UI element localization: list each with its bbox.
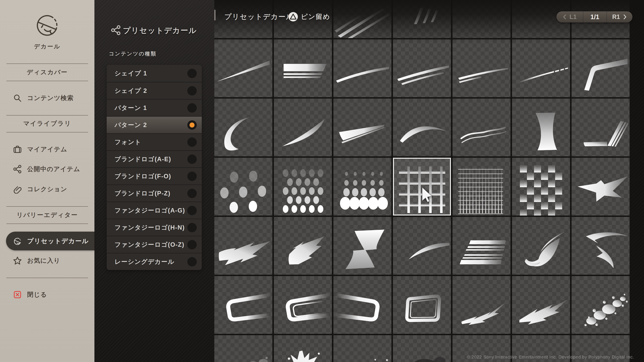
radio-dot (187, 223, 197, 232)
paperclip-icon (13, 185, 22, 194)
category-item-0[interactable]: シェイプ 1 (107, 65, 202, 82)
decal-cell-splat-wide[interactable] (334, 335, 392, 362)
scroll-indicator[interactable] (214, 10, 216, 20)
sidebar-item-favorites[interactable]: お気に入り (0, 255, 94, 266)
category-item-3[interactable]: パターン 2 (107, 116, 202, 133)
decal-cell-splat-dark[interactable] (393, 335, 451, 362)
category-label: シェイプ 2 (114, 87, 147, 95)
search-icon (13, 94, 22, 102)
decal-grid-area: プリセットデカール ピン留め L1 1/1 R1 (214, 0, 644, 362)
category-item-2[interactable]: パターン 1 (107, 99, 202, 116)
radio-dot (187, 189, 197, 198)
category-item-9[interactable]: ファンタジーロゴ(H-N) (107, 219, 202, 236)
decal-cell-bolt-s[interactable] (334, 217, 392, 275)
decal-cell-partial-stripes[interactable] (334, 0, 392, 38)
decal-cell-arc-hump[interactable] (393, 98, 451, 156)
decal-cell-dots-sparse[interactable] (214, 158, 272, 216)
decal-cell-double-line[interactable] (393, 39, 451, 97)
decal-cell-thin-crescent[interactable] (393, 217, 451, 275)
livery-editor-decal-screen: デカール ディスカバー コンテンツ検索 マイライブラリ マイアイテム 公開中のア… (0, 0, 644, 362)
divider (6, 115, 88, 115)
share-icon (111, 25, 121, 35)
category-item-6[interactable]: ブランドロゴ(F-O) (107, 167, 202, 185)
category-list: シェイプ 1シェイプ 2パターン 1パターン 2フォントブランドロゴ(A-E)ブ… (107, 65, 202, 270)
decal-cell-flame-swirl[interactable] (512, 217, 570, 275)
decal-cell-thin-blade[interactable] (334, 39, 392, 97)
sidebar-item-preset-decals-selected[interactable]: プリセットデカール (6, 232, 94, 250)
radio-dot (187, 103, 197, 113)
decal-cell-splat-big[interactable] (274, 335, 332, 362)
decal-cell-wedge[interactable] (334, 98, 392, 156)
prev-page-button[interactable]: L1 (556, 11, 583, 22)
category-item-4[interactable]: フォント (107, 133, 202, 150)
star-icon (13, 256, 22, 265)
decal-cell-star-swoosh[interactable] (572, 158, 630, 216)
sidebar-header-livery-editor: リバリーエディター (0, 211, 94, 220)
category-label: ブランドロゴ(F-O) (114, 172, 171, 180)
sidebar-item-close[interactable]: 閉じる (0, 289, 94, 300)
divider (6, 278, 88, 278)
decal-cell-brush-wing[interactable] (274, 217, 332, 275)
decal-cell-wave-lines[interactable] (452, 98, 510, 156)
category-item-7[interactable]: ブランドロゴ(P-Z) (107, 185, 202, 202)
category-item-1[interactable]: シェイプ 2 (107, 82, 202, 99)
radio-dot (187, 155, 197, 164)
decal-cell-vent-left[interactable] (334, 276, 392, 334)
divider (6, 81, 88, 81)
decal-cell-needle[interactable] (214, 39, 272, 97)
triangle-button-icon[interactable] (288, 12, 298, 22)
decal-cell-splatter-diag[interactable] (572, 276, 630, 334)
sidebar-item-label: 公開中のアイテム (27, 165, 80, 173)
decal-cell-torn-streak[interactable] (452, 276, 510, 334)
page-navigator: L1 1/1 R1 (556, 11, 632, 22)
category-item-11[interactable]: レーシングデカール (107, 253, 202, 270)
sidebar-item-my-items[interactable]: マイアイテム (0, 144, 94, 155)
divider (6, 63, 88, 64)
sidebar-item-label: お気に入り (27, 256, 60, 265)
decal-cell-crescent[interactable] (214, 98, 272, 156)
category-label: ファンタジーロゴ(A-G) (114, 206, 185, 215)
radio-dot (187, 137, 197, 147)
sidebar: デカール ディスカバー コンテンツ検索 マイライブラリ マイアイテム 公開中のア… (0, 0, 94, 362)
sidebar-item-collection[interactable]: コレクション (0, 184, 94, 195)
next-page-button[interactable]: R1 (606, 11, 632, 22)
decal-cell-brush-comet[interactable] (214, 217, 272, 275)
category-label: パターン 2 (114, 121, 147, 129)
decal-cell-tribal-hooks[interactable] (572, 217, 630, 275)
decal-cell-sail[interactable] (512, 98, 570, 156)
category-item-8[interactable]: ファンタジーロゴ(A-G) (107, 202, 202, 219)
decal-cell-splat-faint[interactable] (214, 335, 272, 362)
decal-cell-empty[interactable] (452, 0, 510, 38)
decal-cell-grid-bold[interactable] (393, 158, 451, 216)
close-icon (13, 290, 22, 299)
decal-cell-vent-ring[interactable] (393, 276, 451, 334)
decal-cell-dash-line[interactable] (512, 39, 570, 97)
decal-cell-speed-stack[interactable] (274, 39, 332, 97)
sidebar-header-my-library: マイライブラリ (0, 119, 94, 128)
decal-cell-grid-fine[interactable] (452, 158, 510, 216)
decal-cell-vent-right[interactable] (214, 276, 272, 334)
decal-cell-vent-right-double[interactable] (274, 276, 332, 334)
decal-sticker-icon (34, 11, 60, 38)
decal-cell-torn-arrow[interactable] (512, 276, 570, 334)
sidebar-item-label: コンテンツ検索 (27, 94, 74, 102)
category-item-10[interactable]: ファンタジーロゴ(O-Z) (107, 236, 202, 253)
decal-cell-dots-grid[interactable] (274, 158, 332, 216)
category-panel: プリセットデカール コンテンツの種類 シェイプ 1シェイプ 2パターン 1パター… (94, 0, 214, 362)
panel-title: プリセットデカール (123, 25, 197, 35)
sidebar-item-content-search[interactable]: コンテンツ検索 (0, 92, 94, 104)
decal-cell-speed-stripes[interactable] (452, 217, 510, 275)
decal-cell-partial-slashes[interactable] (393, 0, 451, 38)
decal-icon (13, 237, 22, 245)
decal-cell-curved-blade[interactable] (274, 98, 332, 156)
copyright-text: © 2022 Sony Interactive Entertainment In… (467, 355, 634, 360)
category-item-5[interactable]: ブランドロゴ(A-E) (107, 150, 202, 167)
decal-cell-thin-underline[interactable] (452, 39, 510, 97)
sidebar-item-published-items[interactable]: 公開中のアイテム (0, 163, 94, 175)
decal-cell-elbow-lines[interactable] (572, 98, 630, 156)
radio-dot (187, 240, 197, 249)
category-label: パターン 1 (114, 104, 147, 112)
decal-cell-checker-fade[interactable] (512, 158, 570, 216)
decal-cell-halftone[interactable] (334, 158, 392, 216)
decal-cell-bent-stripe[interactable] (572, 39, 630, 97)
